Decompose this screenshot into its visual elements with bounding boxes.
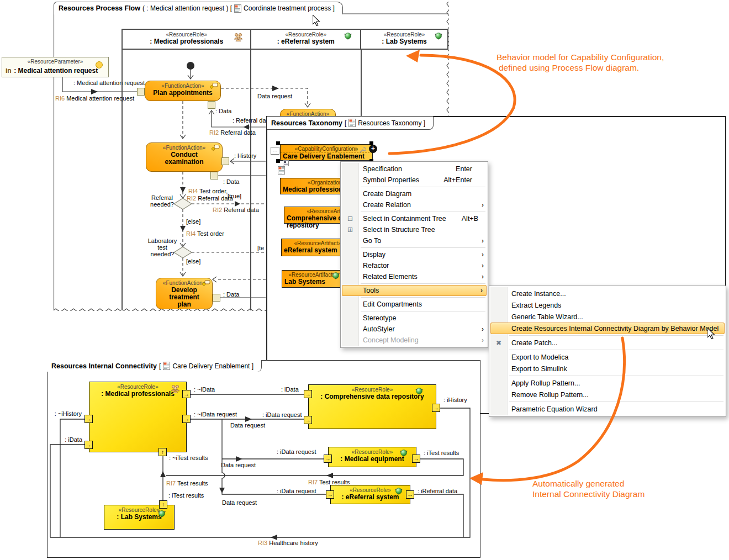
action-conduct-examination[interactable]: «FunctionAction» Conduct examination xyxy=(146,142,223,172)
flow-label: RI4 Test order xyxy=(186,230,224,237)
port-in-idata[interactable]: → xyxy=(84,441,93,449)
menu-item[interactable]: ✖ Create Patch... xyxy=(489,337,726,348)
lane-ereferral-system[interactable]: «ResourceRole» : eReferral system xyxy=(251,30,361,49)
port-out-idata[interactable]: → xyxy=(182,390,191,398)
port-er-idata-request[interactable]: → xyxy=(326,490,334,499)
resource-parameter-box[interactable]: «ResourceParameter» in : Medical attenti… xyxy=(2,57,109,77)
parameter-pin-icon xyxy=(96,61,103,68)
parameter-name: : Medical attention request xyxy=(14,67,98,75)
block-name: Care Delivery Enablement xyxy=(281,152,372,160)
menu-separator xyxy=(361,283,485,284)
block-comprehensive-data-repository[interactable]: «ResourceRole» : Comprehensive data repo… xyxy=(308,384,436,429)
containment-tree-icon: ⊟ xyxy=(344,215,356,223)
port-label: : iReferral data xyxy=(418,488,457,494)
port-label: : iData request xyxy=(277,448,316,455)
diagram-context: [ xyxy=(345,119,346,127)
input-pin[interactable] xyxy=(137,88,145,96)
menu-item[interactable]: Concept Modeling › xyxy=(341,335,488,346)
selection-handle[interactable] xyxy=(276,159,280,163)
menu-item[interactable]: Apply Rollup Pattern... xyxy=(489,377,726,389)
process-flow-tab[interactable]: Resources Process Flow ( : Medical atten… xyxy=(54,2,343,14)
action-develop-treatment-plan[interactable]: «FunctionAction» Develop treatment plan xyxy=(156,278,213,309)
menu-item[interactable]: Symbol Properties Alt+Enter xyxy=(341,175,488,186)
structure-tree-icon: ⊞ xyxy=(344,226,356,234)
port-label: : iTest results xyxy=(424,450,459,456)
diagram-icon xyxy=(348,119,356,127)
menu-item[interactable]: Refactor › xyxy=(341,260,488,271)
menu-item[interactable]: Stereotype xyxy=(341,313,488,324)
more-handle-icon[interactable]: … xyxy=(271,147,279,155)
people-icon xyxy=(171,384,181,393)
menu-item[interactable]: AutoStyler › xyxy=(341,324,488,335)
output-pin[interactable] xyxy=(208,101,215,109)
menu-item[interactable]: Generic Table Wizard... xyxy=(489,311,726,323)
block-medical-equipment[interactable]: «ResourceRole» : Medical equipment xyxy=(328,447,416,467)
port-er-ireferral-data[interactable]: ↔ xyxy=(406,490,414,499)
annotation-auto-generated: Automatically generated Internal Connect… xyxy=(532,478,645,499)
parameter-stereotype: «ResourceParameter» xyxy=(2,59,108,65)
menu-item[interactable]: Parametric Equation Wizard xyxy=(489,403,726,415)
action-plan-appointments[interactable]: «FunctionAction» Plan appointments xyxy=(145,81,221,101)
menu-item[interactable]: Specification Enter xyxy=(341,163,488,175)
port-cdr-idata[interactable]: → xyxy=(304,390,312,398)
connector-label: RI3 Healthcare history xyxy=(258,540,318,546)
port-label: : ~iHistory xyxy=(49,410,82,417)
diagram-ref: Care Delivery Enablement ] xyxy=(172,362,253,370)
port-label: : ~iData request xyxy=(194,411,237,418)
internal-connectivity-tab[interactable]: Resources Internal Connectivity [ Care D… xyxy=(47,360,262,372)
lane-lab-systems[interactable]: «ResourceRole» : Lab Systems xyxy=(361,30,447,49)
block-medical-professionals[interactable]: «ResourceRole» : Medical professionals xyxy=(89,382,187,452)
selection-handle[interactable] xyxy=(276,141,280,145)
menu-item[interactable]: Create Instance... xyxy=(489,288,726,299)
flow-label: RI2 Referral data xyxy=(209,129,256,136)
menu-item[interactable]: Related Elements › xyxy=(341,271,488,282)
menu-item[interactable]: Remove Rollup Pattern... xyxy=(489,389,726,400)
menu-separator xyxy=(509,376,723,376)
menu-item[interactable]: Export to Simulink xyxy=(489,363,726,374)
port-in-itest-results[interactable]: ↑ xyxy=(159,448,167,456)
port-cdr-ihistory[interactable]: → xyxy=(432,404,440,412)
port-me-itest-results[interactable]: → xyxy=(412,455,420,463)
submenu-arrow-icon: › xyxy=(482,262,484,270)
menu-separator xyxy=(361,311,485,311)
menu-item[interactable]: Extract Legends xyxy=(489,299,726,311)
menu-separator xyxy=(509,401,723,402)
context-menu: Specification Enter Symbol Properties Al… xyxy=(340,161,488,348)
people-icon xyxy=(234,33,244,41)
output-pin[interactable] xyxy=(213,294,220,302)
menu-separator xyxy=(509,335,723,336)
resource-ball-icon xyxy=(399,449,408,458)
guard-label: [te xyxy=(257,245,264,251)
port-me-idata-request[interactable]: → xyxy=(324,455,332,463)
port-ls-itest-results[interactable]: ↑ xyxy=(159,500,167,509)
menu-item[interactable]: Display › xyxy=(341,249,488,260)
input-pin[interactable] xyxy=(221,157,229,165)
menu-item[interactable]: Tools › xyxy=(342,285,487,296)
flow-label: RI2 Referral data xyxy=(187,195,233,202)
block-care-delivery-enablement[interactable]: «CapabilityConfiguration» Care Delivery … xyxy=(280,144,373,161)
taxonomy-tab[interactable]: Resources Taxonomy [ Resources Taxonomy … xyxy=(267,117,434,130)
behavior-mini-icon xyxy=(283,160,289,166)
menu-item[interactable]: Create Resources Internal Connectivity D… xyxy=(490,323,725,334)
guard-label: [true] xyxy=(228,193,241,199)
output-pin[interactable] xyxy=(210,172,218,179)
menu-item[interactable]: Create Relation › xyxy=(341,199,488,210)
menu-item[interactable]: ⊟ Select in Containment Tree Alt+B xyxy=(341,213,488,224)
port-in-ihistory[interactable]: → xyxy=(84,415,93,423)
internal-connectivity-window[interactable]: «ResourceRole» : Medical professionals «… xyxy=(47,360,480,558)
menu-item[interactable]: Create Diagram xyxy=(341,188,488,199)
port-cdr-idata-request[interactable]: → xyxy=(304,416,312,424)
block-ereferral-system[interactable]: «ResourceRole» : eReferral system xyxy=(330,485,410,504)
port-out-idata-request[interactable]: → xyxy=(182,415,191,423)
diagram-badge-icon[interactable] xyxy=(278,166,286,176)
menu-item[interactable]: Export to Modelica xyxy=(489,351,726,363)
diagram-title: Resources Internal Connectivity xyxy=(51,362,157,370)
menu-item[interactable]: ⊞ Select in Structure Tree xyxy=(341,224,488,235)
submenu-arrow-icon: › xyxy=(482,201,484,209)
lane-medical-professionals[interactable]: «ResourceRole» : Medical professionals xyxy=(123,30,251,49)
diagram-icon xyxy=(163,362,170,370)
menu-item[interactable]: Go To › xyxy=(341,235,488,246)
add-icon[interactable]: + xyxy=(369,145,377,153)
block-lab-systems[interactable]: «ResourceArtifact» Lab Systems xyxy=(282,270,342,288)
menu-item[interactable]: Edit Compartments xyxy=(341,299,488,310)
